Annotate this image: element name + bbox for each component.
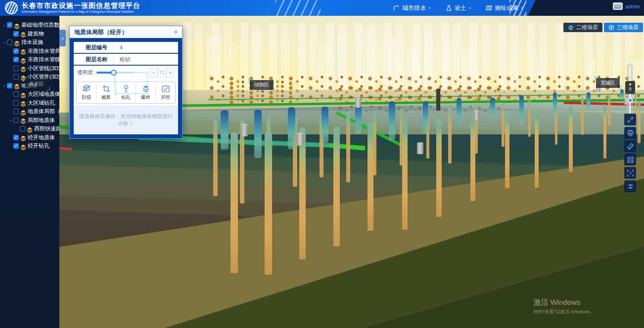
layer-checkbox[interactable]: ✓ — [13, 57, 19, 62]
layer-checkbox[interactable] — [13, 100, 19, 106]
layers-icon — [20, 144, 26, 150]
tree-item-label: 西部快速路地质模型 — [34, 125, 59, 132]
scene-mode-switcher: 二维场景 三维场景 — [563, 23, 643, 32]
mode-2d-button[interactable]: 二维场景 — [563, 23, 602, 32]
layers-icon — [20, 92, 26, 98]
tree-expander[interactable]: - — [2, 23, 6, 27]
layers-icon — [14, 83, 20, 89]
pile-model — [368, 123, 373, 231]
layer-checkbox[interactable] — [13, 91, 19, 97]
layer-checkbox[interactable]: ✓ — [13, 135, 19, 140]
tree-expander[interactable]: - — [2, 40, 6, 44]
layer-checkbox[interactable] — [13, 74, 19, 80]
focus-center-button[interactable] — [624, 167, 636, 179]
layers-icon — [20, 49, 26, 55]
tree-item-label: 局部地质体 — [28, 117, 55, 124]
nav-menu-1[interactable]: 城市排水˅ — [393, 4, 431, 12]
nav-menu-3[interactable]: 测绘成果˅ — [486, 4, 523, 12]
chevron-down-icon: ˅ — [469, 6, 471, 10]
close-icon[interactable]: × — [174, 29, 178, 35]
expand-button[interactable] — [624, 114, 636, 125]
section-cut-button[interactable]: 剖切 — [77, 84, 96, 101]
field-value: 4 — [113, 44, 178, 50]
utility-post-model — [436, 89, 440, 111]
tree-item[interactable]: ✓市政排水管井(3D) — [0, 47, 59, 56]
layer-checkbox[interactable]: ✓ — [7, 83, 12, 88]
tree-item[interactable]: -局部地质体 — [0, 116, 59, 125]
layer-checkbox[interactable] — [13, 66, 19, 71]
tree-item[interactable]: 大区域地质体 — [0, 90, 59, 99]
area-measure-button[interactable] — [624, 154, 636, 165]
geotech-icon — [446, 5, 452, 11]
user-menu[interactable]: admin — [613, 2, 640, 10]
tree-item-label: 大区域钻孔 — [28, 99, 55, 107]
layer-checkbox[interactable]: ✓ — [13, 31, 19, 37]
tree-item[interactable]: ✓建筑物 — [0, 30, 59, 39]
opacity-label: 透明度: — [77, 69, 94, 76]
tree-item-label: 小区管线(3D) — [28, 65, 59, 72]
nav-menu-2[interactable]: 岩土˅ — [446, 4, 471, 12]
excavate-button[interactable]: 开挖 — [155, 84, 175, 101]
district-label: 绿园区 — [250, 80, 274, 90]
stepper-minus-button[interactable]: − — [149, 68, 158, 78]
borehole-model — [457, 98, 462, 124]
layers-icon — [20, 135, 26, 141]
tree-item[interactable]: 西部快速路地质模型 — [0, 124, 59, 133]
tree-item[interactable]: ✓经开地质体 — [0, 133, 59, 142]
field-value: 粗砂 — [113, 56, 178, 63]
borehole-model — [490, 98, 495, 118]
compass-control[interactable] — [619, 35, 639, 54]
pile-model — [505, 113, 509, 188]
pile-model — [265, 131, 272, 275]
tree-item-label: 建筑物 — [28, 30, 44, 38]
dialog-title: 地质体局部（经开） — [74, 28, 128, 37]
mode-3d-button[interactable]: 三维场景 — [604, 23, 643, 32]
tree-item[interactable]: 小区管线(3D) — [0, 64, 59, 73]
tree-item[interactable]: -✓基础地理信息数据 — [0, 21, 59, 30]
tree-item[interactable]: 大区域钻孔 — [0, 99, 59, 108]
layer-checkbox[interactable]: ✓ — [13, 143, 19, 149]
layer-compare-icon — [627, 183, 634, 190]
layer-checkbox[interactable] — [13, 109, 19, 114]
borehole-model — [221, 110, 229, 150]
sidebar-collapse-button[interactable]: « — [59, 30, 66, 46]
field-label: 图层编号 — [74, 44, 113, 51]
layer-checkbox[interactable]: ✓ — [7, 22, 12, 28]
dialog-field-row: 图层名称粗砂 — [74, 54, 178, 66]
tree-item-label: 经开钻孔 — [28, 142, 49, 150]
pile-model — [638, 101, 641, 143]
stepper-plus-button[interactable]: + — [166, 68, 175, 78]
zoom-slider-thumb[interactable] — [628, 98, 633, 103]
layer-checkbox[interactable] — [20, 126, 25, 131]
tree-item[interactable]: ✓经开钻孔 — [0, 142, 59, 151]
user-avatar — [613, 2, 623, 10]
selection-bracket — [115, 72, 147, 94]
layer-checkbox[interactable] — [7, 40, 12, 45]
ruler-measure-button[interactable] — [624, 140, 636, 152]
scene-3d-icon — [608, 25, 614, 31]
app-subtitle: Information Management Platform for a Ma… — [22, 9, 140, 14]
dialog-hint-text: 请选择相关操作，然后对地质体模型进行分析！ — [74, 106, 178, 134]
pile-model — [448, 106, 451, 164]
print-button[interactable] — [624, 127, 636, 139]
app-title: 长春市市政设施一张图信息管理平台 — [22, 1, 140, 9]
layer-checkbox[interactable] — [13, 118, 19, 123]
dialog-titlebar[interactable]: 地质体局部（经开） × — [70, 26, 182, 38]
layer-checkbox[interactable]: ✓ — [13, 48, 19, 54]
tree-item[interactable]: -排水设施 — [0, 38, 59, 47]
zoom-tooltip: 0 — [625, 81, 635, 94]
stepper-value[interactable]: 71 — [158, 68, 166, 78]
layers-icon — [20, 32, 26, 38]
tree-item[interactable]: ✓市政排水管线(3D) — [0, 55, 59, 64]
tree-item[interactable]: 地质体局部（二道） — [0, 107, 59, 116]
tree-expander[interactable]: - — [2, 83, 6, 88]
scene-2d-icon — [568, 25, 574, 31]
clip-button[interactable]: 裁剪 — [96, 84, 116, 101]
print-icon — [627, 129, 634, 137]
borehole-model — [620, 89, 624, 100]
layer-compare-button[interactable] — [624, 180, 636, 192]
ruler-measure-icon — [627, 143, 634, 150]
tree-expander[interactable]: - — [8, 118, 13, 123]
pile-model — [535, 109, 539, 187]
pile-model — [581, 97, 584, 135]
